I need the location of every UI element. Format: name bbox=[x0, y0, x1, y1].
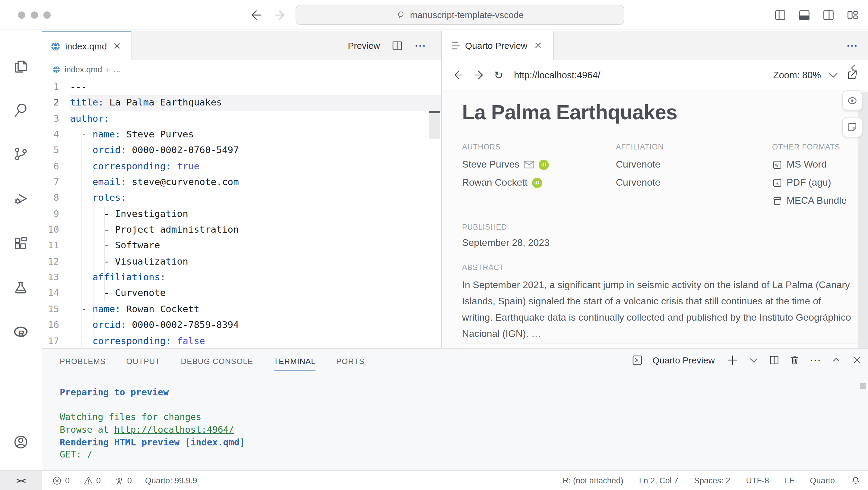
status-encoding[interactable]: UTF-8 bbox=[746, 476, 769, 485]
history-back-icon[interactable] bbox=[249, 8, 263, 22]
reader-view-button[interactable] bbox=[842, 90, 863, 111]
account-button[interactable] bbox=[0, 426, 42, 457]
sidebar-item-run-debug[interactable] bbox=[0, 183, 42, 214]
sidebar-item-explorer[interactable] bbox=[0, 51, 42, 82]
more-actions-icon[interactable]: ⋯ bbox=[846, 39, 858, 53]
code-line[interactable]: 16 orcid: 0000-0002-7859-8394 bbox=[42, 317, 441, 333]
sidebar-item-extensions[interactable] bbox=[0, 227, 42, 259]
code-line[interactable]: 5 orcid: 0000-0002-0760-5497 bbox=[42, 142, 441, 159]
code-line[interactable]: 9 - Investigation bbox=[42, 206, 441, 222]
sidebar-item-search[interactable] bbox=[0, 94, 42, 125]
code-line[interactable]: 13 affiliations: bbox=[42, 269, 441, 285]
close-icon[interactable]: ✕ bbox=[533, 40, 544, 51]
status-radio-tower[interactable]: 0 bbox=[114, 475, 132, 486]
minimize-window-icon[interactable] bbox=[31, 11, 38, 19]
toggle-primary-sidebar-icon[interactable] bbox=[773, 8, 787, 22]
back-icon[interactable] bbox=[452, 69, 464, 81]
tab-index-qmd[interactable]: index.qmd ✕ bbox=[42, 31, 131, 60]
author-entry: Steve PurvesiD bbox=[462, 156, 616, 173]
code-line[interactable]: 12 - Visualization bbox=[42, 254, 441, 270]
code-line[interactable]: 15 - name: Rowan Cockett bbox=[42, 301, 441, 317]
code-line[interactable]: 1--- bbox=[42, 79, 441, 95]
split-editor-icon[interactable] bbox=[391, 39, 404, 52]
window-controls[interactable] bbox=[18, 11, 51, 19]
maximize-window-icon[interactable] bbox=[43, 11, 51, 19]
more-actions-icon[interactable]: ⋯ bbox=[414, 39, 427, 53]
chevron-down-icon[interactable] bbox=[748, 354, 760, 366]
forward-icon[interactable] bbox=[473, 69, 486, 81]
panel-tab-terminal[interactable]: TERMINAL bbox=[274, 357, 315, 365]
status-warning[interactable]: 0 bbox=[83, 475, 101, 486]
flask-icon bbox=[13, 280, 29, 296]
panel-tab-problems[interactable]: PROBLEMS bbox=[60, 357, 106, 365]
sidebar-item-source-control[interactable] bbox=[0, 138, 42, 169]
code-line[interactable]: 2title: La Palma Earthquakes bbox=[42, 95, 441, 111]
status-error[interactable]: 0 bbox=[52, 475, 70, 486]
close-panel-icon[interactable] bbox=[851, 354, 863, 366]
extensions-icon bbox=[13, 235, 29, 251]
trash-icon[interactable] bbox=[789, 354, 801, 366]
status-language-mode[interactable]: Quarto bbox=[810, 476, 835, 485]
format-link[interactable]: PDF (agu) bbox=[772, 173, 858, 192]
notes-button[interactable] bbox=[842, 117, 863, 137]
code-line[interactable]: 4 - name: Steve Purves bbox=[42, 127, 441, 142]
format-link[interactable]: wMS Word bbox=[772, 156, 858, 173]
toggle-panel-icon[interactable] bbox=[798, 8, 811, 22]
abstract-heading: ABSTRACT bbox=[462, 263, 858, 272]
search-icon bbox=[396, 10, 406, 20]
panel-tab-debug-console[interactable]: DEBUG CONSOLE bbox=[181, 357, 253, 365]
sidebar-item-r-lang[interactable]: R bbox=[0, 317, 42, 348]
terminal-line: Watching files for changes bbox=[60, 411, 856, 424]
new-terminal-icon[interactable] bbox=[726, 354, 739, 366]
breadcrumb-more[interactable]: … bbox=[113, 65, 121, 74]
maximize-panel-icon[interactable] bbox=[831, 354, 842, 366]
bell-icon[interactable] bbox=[850, 475, 861, 486]
customize-layout-icon[interactable] bbox=[846, 8, 860, 22]
status-indentation[interactable]: Spaces: 2 bbox=[694, 476, 730, 485]
ms-word-icon: w bbox=[772, 159, 782, 170]
status-quarto-version[interactable]: Quarto: 99.9.9 bbox=[145, 476, 197, 485]
toggle-secondary-sidebar-icon[interactable] bbox=[822, 8, 835, 22]
collapse-chevron-icon[interactable] bbox=[847, 62, 860, 74]
line-number: 14 bbox=[42, 285, 66, 301]
terminal-link[interactable]: http://localhost:4964/ bbox=[114, 424, 234, 435]
terminal-picker[interactable]: Quarto Preview bbox=[652, 355, 715, 365]
tab-quarto-preview[interactable]: Quarto Preview ✕ bbox=[442, 31, 554, 60]
code-line[interactable]: 3author: bbox=[42, 110, 441, 127]
close-icon[interactable]: ✕ bbox=[112, 40, 122, 52]
panel-scrollbar[interactable] bbox=[860, 383, 866, 389]
breadcrumb-file[interactable]: index.qmd bbox=[65, 65, 102, 74]
code-line[interactable]: 11 - Software bbox=[42, 238, 441, 254]
split-terminal-icon[interactable] bbox=[769, 354, 780, 366]
terminal-output[interactable]: Preparing to preview Watching files for … bbox=[60, 386, 856, 470]
code-line[interactable]: 7 email: steve@curvenote.com bbox=[42, 174, 441, 190]
zoom-level[interactable]: Zoom: 80% bbox=[773, 70, 821, 80]
command-center-search[interactable]: manuscript-template-vscode bbox=[296, 5, 624, 25]
sidebar-item-testing[interactable] bbox=[0, 272, 42, 303]
status-r-attach[interactable]: R: (not attached) bbox=[563, 476, 623, 485]
preview-button[interactable]: Preview bbox=[348, 40, 380, 51]
code-line[interactable]: 17 corresponding: false bbox=[42, 333, 441, 349]
history-forward-icon[interactable] bbox=[273, 8, 287, 22]
code-line[interactable]: 6 corresponding: true bbox=[42, 158, 441, 174]
reload-icon[interactable]: ↻ bbox=[494, 70, 503, 80]
format-link[interactable]: MECA Bundle bbox=[772, 192, 858, 210]
remote-indicator[interactable]: >< bbox=[0, 471, 42, 490]
code-line[interactable]: 10 - Project administration bbox=[42, 222, 441, 238]
radio-tower-icon bbox=[114, 475, 124, 486]
status-cursor-position[interactable]: Ln 2, Col 7 bbox=[639, 476, 679, 485]
affiliation-list: CurvenoteCurvenote bbox=[616, 156, 772, 192]
code-line[interactable]: 14 - Curvenote bbox=[42, 285, 441, 301]
more-actions-icon[interactable]: ⋯ bbox=[809, 353, 822, 367]
panel-tab-ports[interactable]: PORTS bbox=[336, 357, 365, 365]
chevron-down-icon[interactable] bbox=[827, 69, 840, 81]
line-number: 5 bbox=[42, 142, 66, 159]
line-number: 2 bbox=[42, 95, 66, 111]
panel-tab-output[interactable]: OUTPUT bbox=[126, 357, 160, 365]
status-eol[interactable]: LF bbox=[785, 476, 795, 485]
affiliation-entry: Curvenote bbox=[616, 156, 772, 173]
url-field[interactable]: http://localhost:4964/ bbox=[514, 70, 765, 80]
code-line[interactable]: 8 roles: bbox=[42, 190, 441, 206]
close-window-icon[interactable] bbox=[18, 11, 25, 19]
breadcrumb[interactable]: index.qmd › … bbox=[42, 60, 441, 79]
